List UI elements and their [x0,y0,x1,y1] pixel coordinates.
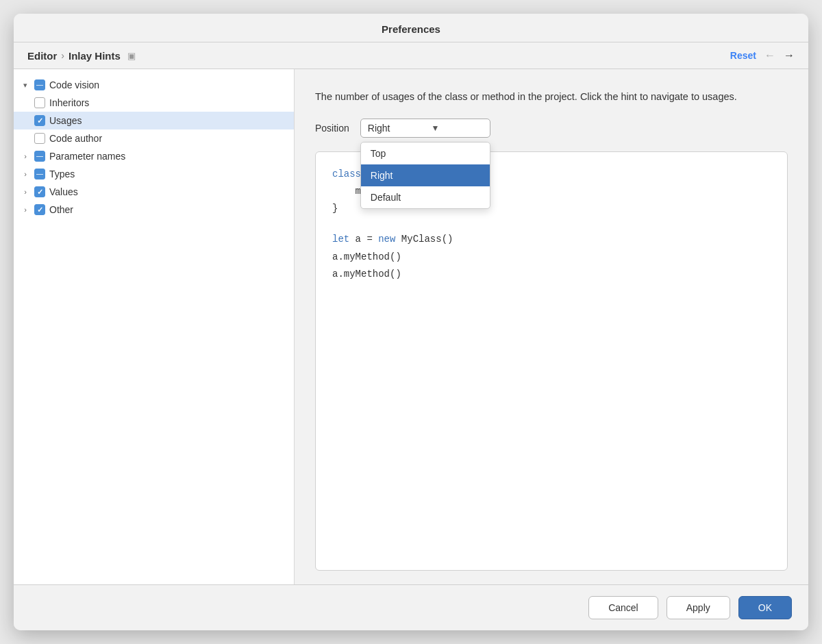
breadcrumb-separator: › [61,50,64,61]
tree-label-values: Values [49,186,78,197]
left-panel: ▾ Code vision Inheritors Usages Code aut… [14,69,295,584]
breadcrumb-doc-icon: ▣ [127,51,136,61]
breadcrumb-bar: Editor › Inlay Hints ▣ Reset ← → [14,42,808,69]
code-blank-line [332,217,771,231]
tree-item-types[interactable]: › Types [14,165,294,183]
dialog-title-bar: Preferences [14,14,808,42]
let-assignment: a = [356,234,379,245]
method-call-2: a.myMethod() [332,269,401,280]
constructor-call: MyClass() [401,234,453,245]
description-text: The number of usages of the class or met… [315,90,754,105]
code-line-5: a.myMethod() [332,249,771,266]
position-row: Position Right ▼ Top Right Default [315,119,788,138]
tree-item-code-author[interactable]: Code author [14,129,294,147]
chevron-down-icon: ▾ [21,81,30,90]
let-keyword: let [332,234,356,245]
checkbox-other[interactable] [34,204,45,215]
tree-label-types: Types [49,169,75,179]
dropdown-arrow-icon: ▼ [432,123,440,133]
tree-label-other: Other [49,204,73,215]
position-dropdown[interactable]: Right ▼ [360,119,490,138]
chevron-right-icon-other: › [21,206,30,214]
chevron-right-icon-values: › [21,188,30,196]
reset-button[interactable]: Reset [730,50,756,61]
tree-label-inheritors: Inheritors [49,97,89,108]
minus-checkbox-params[interactable] [34,151,45,162]
minus-checkbox-code-vision[interactable] [34,79,45,90]
new-keyword: new [378,234,401,245]
position-label: Position [315,123,349,134]
apply-button[interactable]: Apply [667,596,730,619]
checkbox-values[interactable] [34,186,45,197]
code-line-4: let a = new MyClass() [332,231,771,248]
code-preview: class MyClass { myMethod() {} } let a = … [315,151,788,571]
breadcrumb-left: Editor › Inlay Hints ▣ [27,50,136,62]
breadcrumb-right: Reset ← → [730,49,795,62]
tree-label-parameter-names: Parameter names [49,151,125,162]
minus-checkbox-types[interactable] [34,169,45,179]
checkbox-inheritors[interactable] [34,97,45,108]
dropdown-menu: Top Right Default [360,142,490,209]
chevron-right-icon-params: › [21,152,30,160]
cancel-button[interactable]: Cancel [588,596,658,619]
breadcrumb-editor[interactable]: Editor [27,50,57,62]
dropdown-option-default[interactable]: Default [361,186,490,208]
code-line-6: a.myMethod() [332,266,771,283]
content-area: ▾ Code vision Inheritors Usages Code aut… [14,69,808,584]
footer: Cancel Apply OK [14,584,808,630]
tree-label-code-author: Code author [49,133,102,144]
chevron-right-icon-types: › [21,170,30,178]
ok-button[interactable]: OK [738,596,792,619]
dialog-title: Preferences [382,23,440,35]
checkbox-usages[interactable] [34,115,45,126]
dropdown-option-top[interactable]: Top [361,143,490,164]
tree-item-values[interactable]: › Values [14,183,294,201]
dropdown-value: Right [368,123,390,134]
tree-item-usages[interactable]: Usages [14,112,294,129]
closing-brace: } [332,203,338,214]
right-panel: The number of usages of the class or met… [295,69,808,584]
dropdown-wrapper: Right ▼ Top Right Default [360,119,490,138]
back-button[interactable]: ← [764,49,775,62]
breadcrumb-inlay-hints[interactable]: Inlay Hints [68,50,121,62]
tree-item-parameter-names[interactable]: › Parameter names [14,147,294,165]
tree-label-code-vision: Code vision [49,79,99,90]
dropdown-option-right[interactable]: Right [361,164,490,186]
tree-item-other[interactable]: › Other [14,201,294,219]
tree-item-code-vision[interactable]: ▾ Code vision [14,76,294,94]
checkbox-code-author[interactable] [34,133,45,144]
preferences-dialog: Preferences Editor › Inlay Hints ▣ Reset… [14,14,808,630]
method-call-1: a.myMethod() [332,251,401,262]
tree-label-usages: Usages [49,115,82,126]
tree-item-inheritors[interactable]: Inheritors [14,94,294,112]
forward-button[interactable]: → [784,49,795,62]
